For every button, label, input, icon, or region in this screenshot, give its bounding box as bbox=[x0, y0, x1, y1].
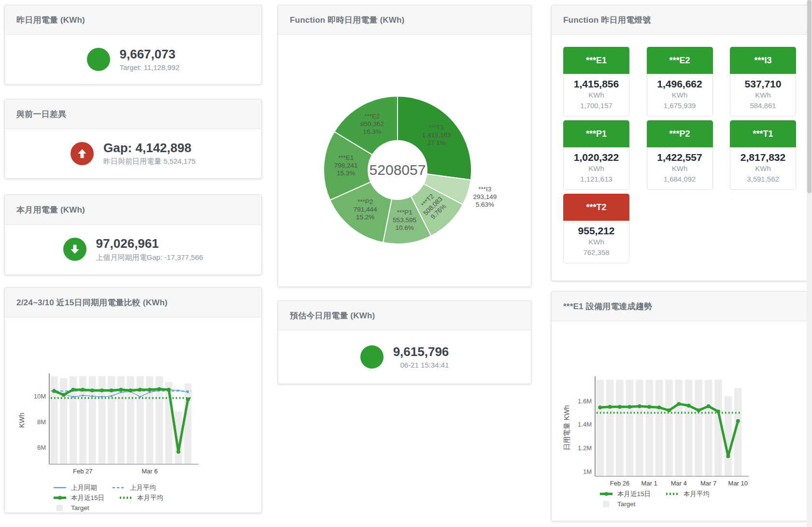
legend-label: Target bbox=[617, 500, 636, 508]
card-header: 2/24~3/10 近15日同期用電量比較 (KWh) bbox=[5, 288, 261, 317]
tile-label: ***T2 bbox=[563, 194, 629, 221]
kpi-subtitle: 上個月同期用電Gap: -17,377,566 bbox=[96, 253, 203, 262]
legend-label: 本月平均 bbox=[684, 490, 710, 499]
e1-trend-chart-legend: 本月近15日本月平均Target bbox=[599, 489, 808, 509]
legend-label: 上月同期 bbox=[71, 484, 97, 492]
kpi-value: 97,026,961 bbox=[96, 236, 203, 251]
tile-value: 1,496,662 bbox=[647, 78, 712, 90]
svg-text:8M: 8M bbox=[37, 418, 46, 426]
comparison-chart: 6M8M10MKWhFeb 27Mar 6 bbox=[5, 317, 261, 482]
square-swatch-icon bbox=[53, 505, 67, 511]
card-header: 預估今日用電量 (KWh) bbox=[278, 301, 531, 330]
legend-item-dashed[interactable]: 上月平均 bbox=[112, 484, 156, 492]
legend-label: Target bbox=[71, 504, 89, 512]
card-month-usage: 本月用電量 (KWh) 97,026,961 上個月同期用電Gap: -17,3… bbox=[4, 195, 262, 275]
legend-item-square[interactable]: Target bbox=[53, 504, 89, 512]
svg-text:6M: 6M bbox=[37, 444, 46, 451]
card-header: 昨日用電量 (KWh) bbox=[5, 5, 261, 35]
kpi-value: 9,667,073 bbox=[120, 47, 180, 62]
legend-item-line[interactable]: 上月同期 bbox=[53, 484, 97, 492]
status-tile-I3: ***I3537,710KWh584,861 bbox=[730, 47, 796, 116]
kpi-subtitle: 昨日與前日用電量 5,524,175 bbox=[103, 157, 196, 166]
tile-label: ***E2 bbox=[647, 47, 713, 74]
card-title: Function 即時日用電量 (KWh) bbox=[290, 14, 404, 26]
tile-unit: KWh bbox=[647, 163, 712, 174]
card-title: Function 昨日用電燈號 bbox=[563, 14, 651, 26]
comparison-chart-legend: 上月同期上月平均本月近15日本月平均Target bbox=[53, 483, 261, 513]
card-e1-trend: ***E1 設備用電達成趨勢 1M1.2M1.4M1.6M日用電量 KWhFeb… bbox=[551, 291, 809, 521]
tile-unit: KWh bbox=[564, 237, 629, 247]
tile-body: 1,415,856KWh1,700,157 bbox=[563, 74, 629, 116]
kpi-value: 9,615,796 bbox=[393, 344, 449, 359]
legend-item-thick[interactable]: 本月近15日 bbox=[53, 494, 104, 502]
svg-text:Mar 10: Mar 10 bbox=[728, 480, 748, 487]
realtime-donut-chart: ***T11,413,18327.1%***I3293,1495.63%***T… bbox=[278, 35, 531, 286]
scrollbar[interactable] bbox=[807, 0, 812, 527]
tile-label: ***T1 bbox=[730, 120, 796, 147]
tile-label: ***E1 bbox=[563, 47, 629, 74]
tile-target-value: 762,358 bbox=[564, 247, 629, 258]
status-tile-E1: ***E11,415,856KWh1,700,157 bbox=[563, 47, 629, 116]
kpi-value: Gap: 4,142,898 bbox=[103, 141, 196, 156]
card-title: 2/24~3/10 近15日同期用電量比較 (KWh) bbox=[16, 297, 168, 308]
card-header: 與前一日差異 bbox=[5, 100, 261, 129]
legend-item-dotted[interactable]: 本月平均 bbox=[119, 494, 163, 502]
card-day-gap: 與前一日差異 Gap: 4,142,898 昨日與前日用電量 5,524,175 bbox=[4, 99, 262, 179]
card-title: ***E1 設備用電達成趨勢 bbox=[563, 301, 652, 312]
svg-text:Mar 1: Mar 1 bbox=[641, 480, 657, 487]
tile-body: 955,212KWh762,358 bbox=[563, 221, 629, 263]
legend-item-thick[interactable]: 本月近15日 bbox=[599, 490, 651, 499]
svg-text:日用電量 KWh: 日用電量 KWh bbox=[563, 405, 570, 450]
tile-body: 2,817,832KWh3,591,562 bbox=[730, 147, 796, 190]
thick-swatch-icon bbox=[53, 495, 67, 501]
tile-unit: KWh bbox=[730, 90, 796, 100]
dotted-swatch-icon bbox=[119, 495, 133, 501]
legend-row: 本月近15日本月平均 bbox=[53, 493, 261, 503]
legend-item-dotted[interactable]: 本月平均 bbox=[665, 490, 710, 499]
status-tile-T1: ***T12,817,832KWh3,591,562 bbox=[730, 120, 796, 190]
svg-text:1.2M: 1.2M bbox=[578, 444, 592, 452]
status-tile-P2: ***P21,422,557KWh1,684,092 bbox=[647, 120, 713, 190]
card-title: 與前一日差異 bbox=[16, 109, 66, 120]
tile-target-value: 1,121,613 bbox=[564, 174, 629, 185]
tile-unit: KWh bbox=[564, 90, 629, 100]
tile-value: 1,415,856 bbox=[564, 78, 629, 90]
tile-target-value: 1,684,092 bbox=[647, 174, 712, 185]
svg-text:1.6M: 1.6M bbox=[578, 398, 592, 405]
card-15day-comparison: 2/24~3/10 近15日同期用電量比較 (KWh) 6M8M10MKWhFe… bbox=[4, 287, 262, 513]
tile-target-value: 584,861 bbox=[730, 100, 796, 111]
status-tile-T2: ***T2955,212KWh762,358 bbox=[563, 194, 629, 263]
card-header: Function 即時日用電量 (KWh) bbox=[278, 5, 531, 35]
e1-trend-chart: 1M1.2M1.4M1.6M日用電量 KWhFeb 26Mar 1Mar 4Ma… bbox=[552, 321, 808, 488]
thick-swatch-icon bbox=[599, 491, 613, 497]
tile-label: ***P1 bbox=[563, 120, 629, 147]
tile-unit: KWh bbox=[730, 163, 796, 174]
scrollbar-thumb[interactable] bbox=[807, 0, 812, 193]
svg-text:Feb 27: Feb 27 bbox=[73, 468, 92, 475]
tile-value: 1,020,322 bbox=[564, 152, 629, 163]
kpi-subtitle: Target: 11,128,992 bbox=[120, 63, 180, 71]
card-yesterday-usage: 昨日用電量 (KWh) 9,667,073 Target: 11,128,992 bbox=[4, 5, 262, 85]
line-swatch-icon bbox=[53, 484, 67, 491]
status-circle-icon bbox=[87, 48, 110, 71]
card-estimated-today: 預估今日用電量 (KWh) 9,615,796 06-21 15:34:41 bbox=[278, 300, 531, 384]
legend-row: Target bbox=[599, 499, 808, 509]
card-header: Function 昨日用電燈號 bbox=[552, 5, 808, 35]
up-arrow-icon bbox=[71, 142, 94, 165]
tile-target-value: 1,675,939 bbox=[647, 100, 712, 111]
legend-row: Target bbox=[53, 503, 261, 513]
kpi-subtitle: 06-21 15:34:41 bbox=[393, 361, 449, 369]
legend-row: 上月同期上月平均 bbox=[53, 483, 261, 493]
card-header: 本月用電量 (KWh) bbox=[5, 195, 261, 225]
legend-label: 本月近15日 bbox=[617, 490, 651, 499]
tile-body: 537,710KWh584,861 bbox=[730, 74, 796, 116]
tile-label: ***I3 bbox=[730, 47, 796, 74]
legend-item-square[interactable]: Target bbox=[599, 500, 636, 508]
tile-body: 1,422,557KWh1,684,092 bbox=[647, 147, 713, 190]
svg-text:Mar 4: Mar 4 bbox=[671, 480, 687, 487]
card-title: 昨日用電量 (KWh) bbox=[16, 14, 85, 26]
status-circle-icon bbox=[360, 345, 384, 369]
square-swatch-icon bbox=[599, 501, 613, 507]
card-yesterday-lights: Function 昨日用電燈號 ***E11,415,856KWh1,700,1… bbox=[551, 5, 809, 281]
tile-unit: KWh bbox=[647, 90, 712, 100]
